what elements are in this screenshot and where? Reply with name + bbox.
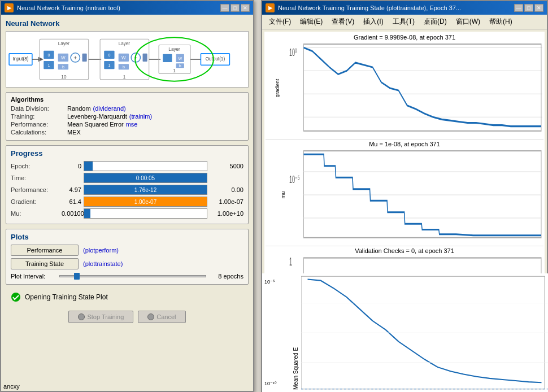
algo-row-3: Calculations: MEX bbox=[11, 129, 243, 136]
nntrain-window: ▶ Neural Network Training (nntrain tool)… bbox=[0, 0, 254, 392]
progress-row-mu: Mu: 0.00100 1.00e-08 1.00e+10 bbox=[11, 208, 243, 219]
progress-section: Progress Epoch: 0 371 iterations 5000 Ti… bbox=[6, 145, 249, 224]
cancel-button[interactable]: Cancel bbox=[138, 311, 185, 323]
algo-link-1[interactable]: (trainlm) bbox=[129, 113, 152, 120]
algo-label-3: Calculations: bbox=[11, 129, 67, 136]
progress-bar-mu: 1.00e-08 bbox=[84, 208, 207, 219]
status-text: Opening Training State Plot bbox=[25, 293, 108, 301]
title-bar-left: ▶ Neural Network Training (nntrain tool) bbox=[5, 3, 120, 12]
gradient-chart-body: gradient 10⁰ bbox=[267, 42, 542, 134]
algo-row-2: Performance: Mean Squared Error mse bbox=[11, 121, 243, 128]
close-button[interactable]: ✕ bbox=[241, 4, 250, 12]
progress-max-mu: 1.00e+10 bbox=[210, 210, 243, 217]
title-bar: ▶ Neural Network Training (nntrain tool)… bbox=[1, 1, 253, 15]
svg-text:W: W bbox=[61, 55, 66, 60]
mu-chart-title: Mu = 1e-08, at epoch 371 bbox=[267, 141, 542, 147]
stop-training-button[interactable]: Stop Training bbox=[68, 311, 133, 323]
mu-svg: 10⁻⁵ bbox=[289, 149, 542, 241]
training-state-plot-button[interactable]: Training State bbox=[11, 258, 79, 269]
algo-value-1: Levenberg-Marquardt bbox=[67, 113, 127, 120]
progress-label-perf: Performance: bbox=[11, 186, 62, 193]
progress-label-grad: Gradient: bbox=[11, 198, 62, 205]
mu-y-label: mu bbox=[281, 191, 286, 199]
svg-text:1: 1 bbox=[289, 255, 292, 268]
svg-text:Input(8): Input(8) bbox=[12, 56, 28, 62]
menu-desktop[interactable]: 桌面(D) bbox=[419, 16, 451, 28]
algo-label-2: Performance: bbox=[11, 121, 67, 128]
plot-interval-row: Plot Interval: 8 epochs bbox=[11, 272, 243, 281]
progress-max-perf: 0.00 bbox=[210, 186, 243, 193]
svg-text:1: 1 bbox=[47, 63, 50, 68]
performance-plot-button[interactable]: Performance bbox=[11, 245, 79, 256]
svg-text:Output(1): Output(1) bbox=[206, 56, 225, 62]
restore-button[interactable]: □ bbox=[230, 4, 240, 12]
algo-link-2[interactable]: mse bbox=[126, 121, 138, 128]
plots-title: Plots bbox=[11, 233, 243, 241]
cancel-icon bbox=[147, 313, 154, 320]
svg-rect-35 bbox=[163, 54, 172, 62]
svg-text:W: W bbox=[121, 55, 126, 60]
plot-interval-slider[interactable] bbox=[59, 272, 206, 281]
ancxy-text: ancxy bbox=[3, 383, 20, 390]
plot-title-buttons: — □ ✕ bbox=[514, 4, 543, 12]
y-label-top: 10⁻⁵ bbox=[264, 279, 288, 285]
svg-rect-53 bbox=[303, 151, 541, 238]
progress-bar-bg-grad bbox=[84, 197, 207, 207]
menu-file[interactable]: 文件(F) bbox=[264, 16, 295, 28]
mu-plot-area: 10⁻⁵ bbox=[289, 149, 542, 241]
slider-thumb[interactable] bbox=[74, 273, 80, 280]
training-state-plot-link[interactable]: (plottrainstate) bbox=[83, 260, 123, 267]
svg-text:b: b bbox=[62, 65, 64, 69]
plot-close-button[interactable]: ✕ bbox=[534, 4, 543, 12]
nn-svg: Input(8) Layer 0 1 W bbox=[6, 32, 248, 87]
stop-icon bbox=[78, 313, 85, 320]
performance-plot-link[interactable]: (plotperform) bbox=[83, 247, 119, 254]
progress-min-epoch: 0 bbox=[62, 163, 81, 169]
plot-matlab-icon: ▶ bbox=[266, 3, 275, 12]
progress-label-mu: Mu: bbox=[11, 210, 62, 217]
nn-diagram: Input(8) Layer 0 1 W bbox=[6, 31, 249, 88]
minimize-button[interactable]: — bbox=[220, 4, 229, 12]
menu-insert[interactable]: 插入(I) bbox=[359, 16, 388, 28]
svg-text:Layer: Layer bbox=[119, 41, 131, 46]
svg-rect-30 bbox=[143, 54, 147, 62]
progress-row-epoch: Epoch: 0 371 iterations 5000 bbox=[11, 161, 243, 171]
bottom-svg bbox=[301, 273, 548, 392]
valcheck-chart-title: Validation Checks = 0, at epoch 371 bbox=[267, 247, 542, 254]
mu-chart: Mu = 1e-08, at epoch 371 mu 10⁻⁵ bbox=[266, 140, 543, 246]
svg-text:+: + bbox=[73, 55, 77, 61]
progress-bar-bg-time bbox=[84, 173, 207, 183]
progress-bar-epoch: 371 iterations bbox=[84, 161, 207, 171]
svg-text:10⁻⁵: 10⁻⁵ bbox=[289, 174, 300, 185]
stop-training-label: Stop Training bbox=[87, 313, 124, 320]
y-label-middle: 10⁻¹⁰ bbox=[264, 381, 288, 386]
svg-text:10⁰: 10⁰ bbox=[289, 46, 297, 58]
progress-row-perf: Performance: 4.97 1.76e-12 0.00 bbox=[11, 185, 243, 195]
mu-y-axis: mu bbox=[267, 149, 289, 241]
slider-value: 8 epochs bbox=[210, 273, 243, 280]
progress-row-grad: Gradient: 61.4 1.00e-07 1.00e-07 bbox=[11, 197, 243, 207]
progress-min-perf: 4.97 bbox=[62, 186, 81, 193]
progress-fill-mu bbox=[84, 209, 90, 218]
progress-label-time: Time: bbox=[11, 175, 62, 181]
menu-window[interactable]: 窗口(W) bbox=[451, 16, 485, 28]
menu-tools[interactable]: 工具(T) bbox=[388, 16, 419, 28]
plot-minimize-button[interactable]: — bbox=[514, 4, 523, 12]
svg-text:0: 0 bbox=[108, 53, 110, 58]
bottom-buttons: Stop Training Cancel bbox=[6, 307, 249, 326]
algo-row-1: Training: Levenberg-Marquardt (trainlm) bbox=[11, 113, 243, 120]
menu-edit[interactable]: 编辑(E) bbox=[295, 16, 327, 28]
progress-fill-grad bbox=[84, 197, 207, 206]
menu-view[interactable]: 查看(V) bbox=[327, 16, 359, 28]
menu-help[interactable]: 帮助(H) bbox=[485, 16, 517, 28]
plot-maximize-button[interactable]: □ bbox=[524, 4, 533, 12]
progress-title: Progress bbox=[11, 149, 243, 158]
mu-chart-body: mu 10⁻⁵ bbox=[267, 149, 542, 241]
svg-text:10: 10 bbox=[61, 75, 67, 80]
svg-text:b: b bbox=[123, 65, 125, 69]
plot-row-0: Performance (plotperform) bbox=[11, 245, 243, 256]
progress-bar-grad: 1.00e-07 bbox=[84, 197, 207, 207]
gradient-plot-area: 10⁰ bbox=[289, 42, 542, 134]
status-bar: Opening Training State Plot bbox=[6, 289, 249, 305]
algo-link-0[interactable]: (dividerand) bbox=[93, 105, 126, 112]
